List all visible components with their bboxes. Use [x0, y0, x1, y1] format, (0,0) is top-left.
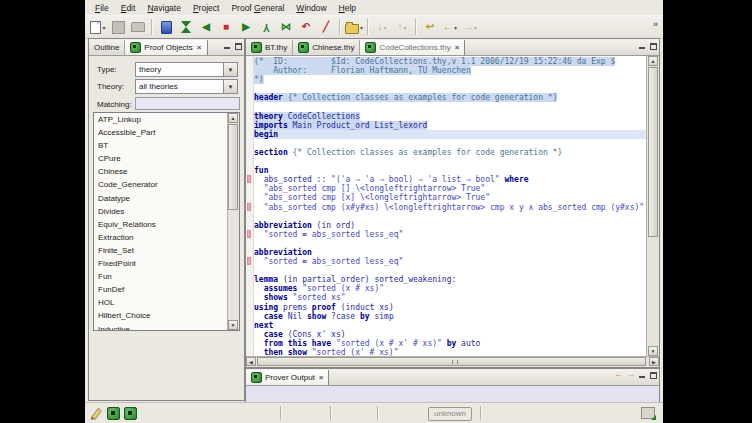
menu-edit[interactable]: Edit	[115, 2, 142, 14]
menu-file[interactable]: File	[89, 2, 115, 14]
next-annotation-icon: ↓	[378, 22, 383, 32]
list-item-fundef[interactable]: FunDef	[94, 283, 239, 296]
print-button[interactable]	[129, 18, 147, 36]
close-icon[interactable]: ×	[319, 373, 324, 382]
chevron-down-icon: ▾	[404, 24, 407, 31]
toolbar-overflow-chevron[interactable]: »	[653, 19, 657, 29]
list-item-accessible-part[interactable]: Accessible_Part	[94, 126, 239, 139]
chevron-down-icon[interactable]: ▼	[223, 63, 237, 76]
scroll-right-icon[interactable]: ▶	[649, 357, 659, 366]
back-button[interactable]: ←▾	[441, 18, 459, 36]
chevron-down-icon[interactable]: ▼	[223, 80, 237, 93]
scrollbar-thumb[interactable]	[648, 67, 658, 237]
stop-button[interactable]: ■	[217, 18, 235, 36]
list-item-finite-set[interactable]: Finite_Set	[94, 244, 239, 257]
scroll-up-icon[interactable]: ▲	[648, 56, 658, 66]
editor-tab-row: BT.thyChinese.thyCodeCollections.thy×	[246, 39, 659, 56]
list-item-fixedpoint[interactable]: FixedPoint	[94, 257, 239, 270]
menu-bar: FileEditNavigateProjectProof GeneralWind…	[85, 0, 663, 15]
minimize-icon[interactable]	[638, 371, 646, 379]
menu-window[interactable]: Window	[290, 2, 332, 14]
last-edit-location-button[interactable]: ↩	[421, 18, 439, 36]
menu-navigate[interactable]: Navigate	[141, 2, 187, 14]
maximize-icon[interactable]	[649, 371, 657, 379]
minimize-icon[interactable]	[223, 42, 231, 50]
editor-vertical-scrollbar[interactable]: ▲ ▼	[646, 56, 659, 356]
list-item-bt[interactable]: BT	[94, 139, 239, 152]
editor-text-area[interactable]: (* ID: $Id: CodeCollections.thy,v 1.1 20…	[246, 56, 659, 356]
editor-tab-label: Chinese.thy	[312, 43, 354, 52]
scroll-left-icon[interactable]: ◀	[246, 357, 256, 366]
next-annotation-button[interactable]: ↓▾	[373, 18, 391, 36]
goto-button[interactable]: Y	[257, 18, 275, 36]
prover-tab-row: Prover Output× ← →	[246, 369, 659, 386]
undo-all-button[interactable]: ↶	[297, 18, 315, 36]
code-line: section {* Collection classes as example…	[254, 148, 646, 157]
toolbar-separator	[415, 19, 417, 35]
code-line	[254, 212, 646, 221]
list-item-code-generator[interactable]: Code_Generator	[94, 178, 239, 191]
list-item-extraction[interactable]: Extraction	[94, 231, 239, 244]
file-icon	[298, 42, 309, 53]
open-folder-icon	[345, 24, 359, 34]
editor-horizontal-scrollbar[interactable]: ◀ ▶	[246, 356, 659, 367]
editor-tab-bt-thy[interactable]: BT.thy	[246, 40, 293, 55]
scroll-down-icon[interactable]: ▼	[648, 346, 658, 356]
process-buffer-button[interactable]: ⋈	[277, 18, 295, 36]
fast-view-icon[interactable]	[641, 407, 655, 419]
file-icon	[130, 42, 141, 53]
list-item-divides[interactable]: Divides	[94, 205, 239, 218]
scrollbar-thumb[interactable]	[257, 357, 646, 366]
undo-step-button[interactable]: ◀	[197, 18, 215, 36]
menu-project[interactable]: Project	[187, 2, 225, 14]
scrollbar-thumb[interactable]	[228, 124, 238, 210]
code-line: "abs_sorted cmp (x#y#xs) \<longleftright…	[254, 203, 646, 212]
prev-annotation-button[interactable]: ↑▾	[393, 18, 411, 36]
code-content: (* ID: $Id: CodeCollections.thy,v 1.1 20…	[254, 57, 646, 356]
list-item-fun[interactable]: Fun	[94, 270, 239, 283]
menu-help[interactable]: Help	[333, 2, 362, 14]
close-icon[interactable]: ×	[197, 43, 202, 52]
list-item-atp-linkup[interactable]: ATP_Linkup	[94, 113, 239, 126]
list-item-equiv-relations[interactable]: Equiv_Relations	[94, 218, 239, 231]
editor-tab-chinese-thy[interactable]: Chinese.thy	[293, 40, 360, 55]
list-item-datatype[interactable]: Datatype	[94, 192, 239, 205]
interrupt-prover-button[interactable]	[177, 18, 195, 36]
tab-prover-output[interactable]: Prover Output×	[246, 370, 329, 385]
forward-button[interactable]: →▾	[461, 18, 479, 36]
tab-outline[interactable]: Outline	[89, 40, 125, 55]
editor-tab-codecollections-thy[interactable]: CodeCollections.thy×	[360, 40, 465, 55]
maximize-icon[interactable]	[234, 42, 242, 50]
next-step-button[interactable]: ▶	[237, 18, 255, 36]
activate-scripting-button[interactable]	[157, 18, 175, 36]
chevron-down-icon: ▾	[384, 24, 387, 31]
list-item-inductive[interactable]: Inductive	[94, 323, 239, 332]
list-item-hol[interactable]: HOL	[94, 296, 239, 309]
open-folder-button[interactable]: ▾	[345, 18, 363, 36]
save-icon	[112, 21, 125, 34]
forward-arrow-icon[interactable]: →	[626, 370, 635, 379]
new-wizard-button[interactable]: ▾	[89, 18, 107, 36]
theory-combobox[interactable]: all theories ▼	[135, 79, 238, 94]
maximize-icon[interactable]	[649, 42, 657, 50]
list-scrollbar[interactable]: ▲ ▼	[227, 113, 239, 330]
minimize-icon[interactable]	[638, 42, 646, 50]
prev-annotation-icon: ↑	[398, 22, 403, 32]
list-item-cpure[interactable]: CPure	[94, 152, 239, 165]
code-line: "abs_sorted cmp [x] \<longleftrightarrow…	[254, 193, 646, 202]
code-line	[254, 84, 646, 93]
theory-list[interactable]: ATP_LinkupAccessible_PartBTCPureChineseC…	[93, 112, 240, 331]
list-item-hilbert-choice[interactable]: Hilbert_Choice	[94, 309, 239, 322]
pen-button[interactable]: ╱	[317, 18, 335, 36]
close-icon[interactable]: ×	[455, 43, 460, 52]
menu-proof-general[interactable]: Proof General	[225, 2, 290, 14]
type-combobox[interactable]: theory ▼	[135, 62, 238, 77]
code-line	[254, 239, 646, 248]
matching-input[interactable]	[135, 97, 240, 110]
scroll-down-icon[interactable]: ▼	[228, 320, 238, 330]
tab-proof-objects[interactable]: Proof Objects×	[125, 40, 207, 55]
back-arrow-icon[interactable]: ←	[614, 370, 623, 379]
scroll-up-icon[interactable]: ▲	[228, 113, 238, 123]
list-item-chinese[interactable]: Chinese	[94, 165, 239, 178]
save-button[interactable]	[109, 18, 127, 36]
